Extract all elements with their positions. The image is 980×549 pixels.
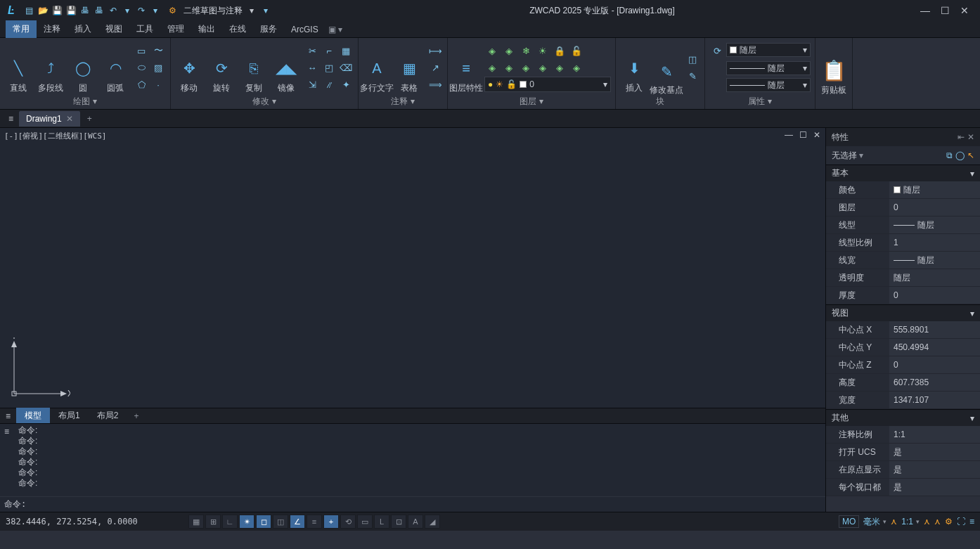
file-tab-drawing1[interactable]: Drawing1 ✕: [19, 111, 80, 127]
layer-off-icon[interactable]: ◈: [484, 60, 500, 75]
property-value[interactable]: 1: [889, 234, 980, 251]
scale-icon[interactable]: ◰: [321, 60, 337, 75]
plot-icon[interactable]: 🖶: [93, 4, 105, 17]
layer-freeze-icon[interactable]: ❄: [518, 43, 534, 58]
property-row[interactable]: 中心点 Y450.4994: [826, 339, 980, 356]
property-row[interactable]: 图层0: [826, 199, 980, 217]
property-value[interactable]: 0: [889, 356, 980, 373]
dim-linear-icon[interactable]: ⟼: [427, 43, 443, 58]
layer-match-icon[interactable]: ◈: [518, 60, 534, 75]
tab-view[interactable]: 视图: [98, 20, 129, 38]
file-tabs-menu-icon[interactable]: ≡: [4, 114, 18, 124]
polygon-icon[interactable]: ⬠: [134, 77, 149, 92]
paste-button[interactable]: 📋剪贴板: [820, 41, 848, 96]
rectangle-icon[interactable]: ▭: [134, 43, 149, 58]
layer-state-icon[interactable]: ◈: [569, 60, 584, 75]
lineweight-combo[interactable]: 随层▾: [726, 78, 811, 92]
select-obj-icon[interactable]: ↖: [967, 150, 974, 160]
dyn-toggle[interactable]: +: [323, 515, 339, 529]
viewport-close-icon[interactable]: ✕: [811, 129, 823, 141]
palette-close-icon[interactable]: ✕: [967, 132, 974, 142]
polar-toggle[interactable]: ✴: [239, 515, 254, 529]
layer-walk-icon[interactable]: ◈: [552, 60, 567, 75]
property-row[interactable]: 每个视口都是: [826, 479, 980, 496]
annoscale-icon[interactable]: ⋏: [891, 517, 897, 527]
coordinates[interactable]: 382.4446, 272.5254, 0.0000: [6, 517, 174, 527]
layer-unlock-icon[interactable]: 🔓: [569, 43, 584, 58]
section-basic[interactable]: 基本▾: [826, 164, 980, 181]
property-value[interactable]: 随层: [889, 269, 980, 286]
model-button[interactable]: MO: [839, 515, 859, 528]
osnap-toggle[interactable]: ◻: [256, 515, 271, 529]
tab-service[interactable]: 服务: [253, 20, 284, 38]
ribbon-expand-icon[interactable]: ▣ ▾: [328, 25, 342, 34]
maximize-button[interactable]: ☐: [938, 4, 952, 18]
snap-toggle[interactable]: ▦: [188, 515, 204, 529]
color-combo[interactable]: 随层▾: [726, 43, 811, 57]
line-button[interactable]: ╲直线: [4, 41, 32, 94]
match-props-icon[interactable]: ⟳: [709, 43, 725, 58]
open-icon[interactable]: 📂: [37, 4, 49, 17]
otrack-toggle[interactable]: ∠: [290, 515, 305, 529]
property-row[interactable]: 打开 UCS ...是: [826, 444, 980, 461]
layer-on-icon[interactable]: ◈: [501, 60, 517, 75]
tab-output[interactable]: 输出: [191, 20, 222, 38]
section-view[interactable]: 视图▾: [826, 304, 980, 321]
saveas-icon[interactable]: 💾: [65, 4, 77, 17]
panel-label-annotation[interactable]: 注释 ▾: [363, 94, 443, 109]
offset-icon[interactable]: ⫽: [321, 77, 337, 92]
insert-block-button[interactable]: ⬇插入: [620, 41, 648, 94]
property-value[interactable]: 1:1: [889, 426, 980, 443]
drawing-canvas[interactable]: [-][俯视][二维线框][WCS] — ☐ ✕ Y X: [0, 128, 825, 408]
trim-icon[interactable]: ✂: [304, 43, 320, 58]
cycle-toggle[interactable]: ⟲: [340, 515, 356, 529]
layer-lock-icon[interactable]: 🔒: [552, 43, 567, 58]
tab-insert[interactable]: 插入: [67, 20, 98, 38]
layer-combo[interactable]: ● ☀ 🔓 0 ▾: [484, 77, 611, 92]
property-row[interactable]: 宽度1347.107: [826, 392, 980, 409]
panel-label-properties[interactable]: 属性 ▾: [709, 94, 811, 109]
new-icon[interactable]: ▤: [22, 4, 35, 17]
scale-dropdown[interactable]: 1:1: [901, 517, 920, 527]
new-tab-button[interactable]: +: [82, 114, 98, 124]
property-value[interactable]: 随层: [889, 181, 980, 198]
annoauto-icon[interactable]: ⋏: [934, 517, 941, 527]
property-value[interactable]: 450.4994: [889, 339, 980, 356]
command-menu-icon[interactable]: ≡: [4, 425, 18, 495]
spline-icon[interactable]: 〜: [150, 43, 166, 58]
linetype-combo[interactable]: 随层▾: [726, 61, 811, 75]
redo-icon[interactable]: ↷: [135, 4, 148, 17]
property-row[interactable]: 透明度随层: [826, 269, 980, 287]
property-row[interactable]: 注释比例1:1: [826, 426, 980, 444]
layout-tab-1[interactable]: 布局1: [50, 408, 89, 424]
edit-base-button[interactable]: ✎修改基点: [652, 41, 681, 94]
viewport-maximize-icon[interactable]: ☐: [797, 129, 808, 141]
property-row[interactable]: 中心点 X555.8901: [826, 321, 980, 339]
quickselect-icon[interactable]: ⧉: [946, 150, 953, 160]
array-icon[interactable]: ▦: [338, 43, 354, 58]
property-row[interactable]: 高度607.7385: [826, 374, 980, 392]
property-value[interactable]: 随层: [889, 217, 980, 233]
block-create-icon[interactable]: ◫: [685, 51, 700, 67]
layer-prev-icon[interactable]: ◈: [535, 60, 550, 75]
move-button[interactable]: ✥移动: [175, 41, 203, 94]
layer-thaw-icon[interactable]: ☀: [535, 43, 550, 58]
leader-icon[interactable]: ↗: [427, 60, 443, 75]
layout-menu-icon[interactable]: ≡: [0, 411, 16, 421]
layer-uniso-icon[interactable]: ◈: [501, 43, 517, 58]
panel-label-modify[interactable]: 修改 ▾: [175, 94, 354, 109]
lwt-toggle[interactable]: ≡: [307, 515, 322, 529]
property-row[interactable]: 线型随层: [826, 217, 980, 234]
layout-tab-2[interactable]: 布局2: [89, 408, 127, 424]
table-button[interactable]: ▦表格: [395, 41, 423, 94]
ws-switch-icon[interactable]: ⚙: [945, 517, 953, 527]
extend-icon[interactable]: ↔: [304, 60, 320, 75]
fullscreen-icon[interactable]: ⛶: [957, 517, 965, 527]
circle-button[interactable]: ◯圆: [69, 41, 97, 94]
undo-icon[interactable]: ↶: [107, 4, 120, 17]
grid-toggle[interactable]: ⊞: [205, 515, 221, 529]
property-value[interactable]: 555.8901: [889, 321, 980, 338]
layer-props-button[interactable]: ≡图层特性: [452, 41, 480, 94]
undo-drop-icon[interactable]: ▾: [121, 4, 134, 17]
layout-tab-model[interactable]: 模型: [16, 408, 50, 424]
